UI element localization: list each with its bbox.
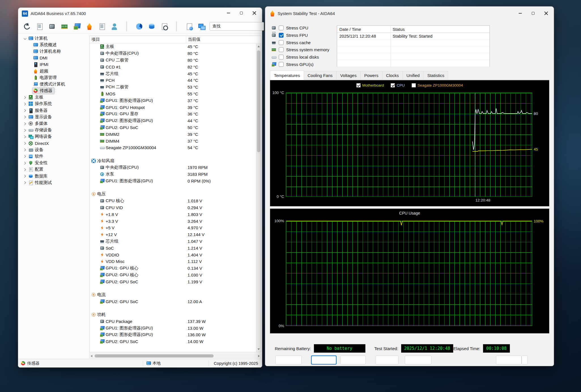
sensor-row[interactable] — [90, 151, 261, 158]
sensor-row[interactable] — [90, 305, 261, 311]
sensor-row[interactable]: 中央处理器(CPU) 80 °C — [90, 50, 261, 57]
stress-checkbox[interactable] — [279, 47, 284, 52]
stress-checkbox[interactable] — [279, 33, 284, 38]
toolbar-icon[interactable] — [160, 22, 168, 31]
toolbar-icon[interactable] — [35, 22, 44, 31]
sensor-row[interactable]: 冷却风扇 — [90, 157, 261, 164]
tab[interactable]: Voltages — [336, 71, 361, 80]
tree-item[interactable]: 电源管理 — [18, 74, 89, 81]
chevron-icon[interactable] — [23, 102, 27, 106]
sensor-row[interactable]: 芯片组 45 °C — [90, 70, 261, 77]
column-item[interactable]: 项目 — [90, 37, 100, 42]
chevron-icon[interactable] — [23, 36, 27, 41]
close-button[interactable] — [540, 8, 553, 19]
toolbar-icon[interactable] — [147, 22, 156, 31]
sensor-row[interactable]: 中央处理器(CPU) 1970 RPM — [90, 164, 261, 171]
title-bar[interactable]: 64 AIDA64 Business v7.65.7400 — [18, 8, 262, 19]
tree-item[interactable]: 传感器 — [18, 88, 89, 94]
table-row[interactable] — [337, 53, 490, 60]
chevron-icon[interactable] — [23, 147, 27, 152]
tab[interactable]: Cooling Fans — [304, 71, 337, 80]
scroll-right-icon[interactable] — [258, 355, 260, 357]
tree-item[interactable]: 配置 — [18, 166, 89, 173]
chevron-icon[interactable] — [23, 128, 27, 133]
close-button[interactable] — [248, 8, 261, 18]
toolbar-icon[interactable] — [23, 22, 31, 31]
toolbar-icon[interactable] — [172, 22, 181, 31]
sensor-row[interactable]: GPU1: GPU 核心 0.134 V — [90, 265, 261, 272]
sensor-row[interactable]: CCD #1 82 °C — [90, 63, 261, 70]
title-bar[interactable]: System Stability Test - AIDA64 — [265, 7, 554, 20]
sensor-row[interactable]: MOS 55 °C — [90, 91, 261, 97]
tree-item[interactable]: 主板 — [18, 94, 89, 101]
sensor-row[interactable]: PCH 44 °C — [90, 77, 261, 84]
action-button[interactable] — [340, 355, 366, 365]
tree-item[interactable]: 设备 — [18, 147, 89, 153]
table-row[interactable] — [337, 60, 490, 67]
list-header[interactable]: 项目 当前值 — [90, 36, 261, 43]
scroll-left-icon[interactable] — [91, 355, 92, 357]
sensor-row[interactable]: 电压 — [90, 191, 261, 198]
sensor-row[interactable]: GPU1: 图形处理器(GPU) 13.00 W — [90, 325, 261, 331]
sensor-row[interactable]: GPU1: GPU Hotspot 39 °C — [90, 104, 261, 111]
tree-item[interactable]: 显示设备 — [18, 114, 89, 120]
chevron-icon[interactable] — [23, 95, 27, 100]
tree-item[interactable]: IPMI — [18, 61, 89, 68]
stress-checkbox[interactable] — [279, 25, 284, 30]
column-value[interactable]: 当前值 — [186, 36, 201, 43]
sensor-row[interactable]: PCH 二极管 53 °C — [90, 84, 261, 91]
search-input[interactable] — [210, 22, 264, 31]
sensor-row[interactable]: GPU2: GPU SoC 50 °C — [90, 124, 261, 131]
chevron-icon[interactable] — [23, 174, 27, 179]
sensor-row[interactable]: +1.8 V 1.803 V — [90, 211, 261, 218]
sensor-row[interactable]: CPU 核心 1.018 V — [90, 198, 261, 204]
toolbar-icon[interactable] — [110, 22, 118, 31]
sensor-row[interactable]: 芯片组 1.047 V — [90, 238, 261, 245]
tree-item[interactable]: 计算机 — [18, 35, 89, 42]
toolbar-icon[interactable] — [48, 22, 56, 31]
scrollbar-thumb[interactable] — [95, 354, 214, 357]
toolbar-icon[interactable] — [60, 22, 69, 31]
tab[interactable]: Unified — [403, 71, 424, 80]
sensor-row[interactable]: VDDIO 1.404 V — [90, 251, 261, 258]
chevron-icon[interactable] — [23, 180, 27, 185]
sensor-row[interactable]: 水泵 3183 RPM — [90, 171, 261, 178]
action-button[interactable] — [522, 355, 528, 365]
sensor-row[interactable]: GPU2: 图形处理器(GPU) 44 °C — [90, 117, 261, 124]
column-status[interactable]: Status — [390, 27, 405, 32]
sensor-row[interactable]: 主板 45 °C — [90, 43, 261, 50]
vertical-scrollbar[interactable] — [256, 44, 261, 352]
toolbar-icon[interactable] — [135, 22, 143, 31]
tree-item[interactable]: DMI — [18, 55, 89, 61]
scroll-down-icon[interactable] — [257, 348, 260, 350]
chevron-icon[interactable] — [23, 134, 27, 139]
sensor-row[interactable]: GPU1: GPU 显存 36 °C — [90, 111, 261, 117]
tree-item[interactable]: 服务器 — [18, 107, 89, 114]
toolbar-icon[interactable] — [185, 22, 193, 31]
chevron-icon[interactable] — [23, 108, 27, 113]
sensor-row[interactable] — [90, 184, 261, 191]
toolbar-icon[interactable] — [97, 22, 106, 31]
toolbar-icon[interactable] — [122, 22, 131, 31]
table-header[interactable]: Date / Time Status — [337, 26, 490, 33]
sensor-row[interactable]: CPU VID 0.294 V — [90, 204, 261, 211]
tab[interactable]: Clocks — [382, 71, 403, 80]
column-datetime[interactable]: Date / Time — [337, 27, 390, 32]
sensor-row[interactable]: GPU2: GPU SoC 14.00 W — [90, 338, 261, 345]
tree-item[interactable]: 超频 — [18, 68, 89, 74]
maximize-button[interactable] — [235, 8, 248, 18]
tree-item[interactable]: 性能测试 — [18, 179, 89, 186]
tree-item[interactable]: 存储设备 — [18, 127, 89, 134]
chevron-icon[interactable] — [23, 141, 27, 146]
sensor-row[interactable]: GPU2: GPU SoC 12.00 A — [90, 298, 261, 305]
chevron-icon[interactable] — [23, 167, 27, 172]
maximize-button[interactable] — [527, 8, 540, 19]
sensor-row[interactable]: CPU 二极管 80 °C — [90, 57, 261, 64]
stress-checkbox[interactable] — [279, 62, 284, 67]
table-row[interactable] — [337, 46, 490, 53]
minimize-button[interactable] — [222, 8, 235, 18]
legend-checkbox[interactable] — [412, 83, 416, 87]
tree-item[interactable]: 软件 — [18, 153, 89, 160]
scroll-up-icon[interactable] — [257, 46, 260, 47]
action-button[interactable] — [496, 355, 522, 365]
